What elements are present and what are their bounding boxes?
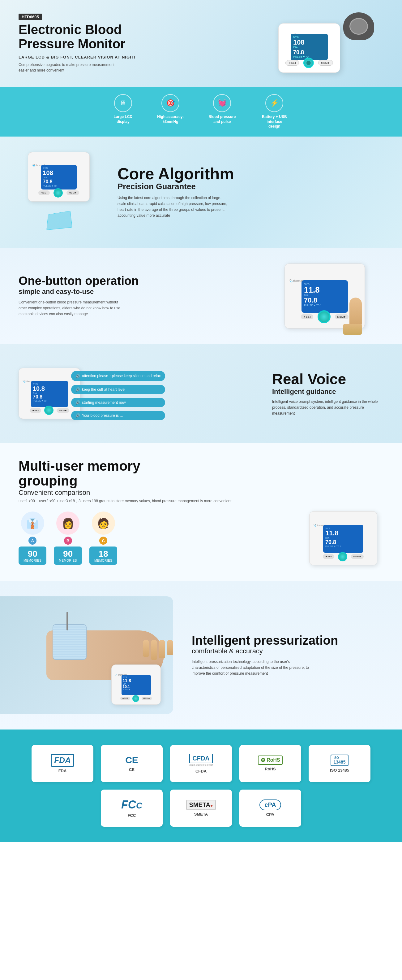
iso-logo-wrap: ISO 13485 [331, 754, 349, 766]
press-text: Intelligent pressurization comfortable &… [173, 633, 402, 677]
user-a-count: 90 MEMORIES [19, 547, 46, 565]
onebutton-text: One-button operation simple and easy-to-… [19, 275, 272, 317]
algo-mini-device: 🩺 thermade SYS 108 DIA 70.8 PULSE ♥ 70 ◄… [28, 152, 90, 202]
onebutton-title: One-button operation [19, 275, 272, 288]
cert-cfda-label: CFDA [195, 769, 207, 773]
data-visual [28, 208, 90, 232]
voice-mem-btn[interactable]: MEM► [57, 408, 69, 413]
cert-fcc: FCC FCC [101, 789, 163, 827]
algo-desc: Using the latest core algorithms, throug… [117, 195, 229, 219]
cert-iso-label: ISO 13485 [330, 768, 349, 773]
hero-subtitle: LARGE LCD & BIG FONT, CLEARER VISION AT … [19, 55, 173, 59]
user-b-num: 90 [59, 549, 77, 559]
algo-device: 🩺 thermade SYS 108 DIA 70.8 PULSE ♥ 70 ◄… [19, 152, 99, 232]
press-mem-btn[interactable]: MEM► [142, 697, 152, 700]
memory-screen: SYS 11.8 DIA 70.8 PULSE ♥ 70.1 [323, 525, 363, 553]
cert-smeta-label: SMETA [194, 812, 208, 816]
voice-subtitle: Intelligent guidance [272, 388, 383, 396]
power-icon [307, 61, 311, 65]
voice-screen: SYS 10.8 DIA 70.8 PULSE ♥ 70 [31, 381, 68, 407]
user-c-num: 18 [94, 549, 112, 559]
smeta-logo: SMETA● [186, 800, 216, 810]
blood-pressure-icon: 💓 [213, 94, 231, 112]
cert-cfda: CFDA 中国食品药品监督管理局 CFDA [170, 745, 232, 782]
memory-desc: user1 x90 + user2 x90 +user3 x18，3 users… [19, 498, 383, 504]
certs-grid: FDA FDA CE CE CFDA 中国食品药品监督管理局 CFDA ♻ Ro… [19, 745, 383, 827]
press-start-btn[interactable] [132, 695, 139, 702]
data-cube [46, 211, 72, 230]
rohs-logo: ♻ RoHS [258, 756, 283, 765]
press-mini-device-wrap: 🩺 thermade SYS 11.8 DIA 10.1 PULSE ♥ ◄SE… [111, 665, 161, 705]
memory-users: 👔 A 90 MEMORIES 👩 B 90 MEMORIES [19, 512, 291, 565]
memory-body: 👔 A 90 MEMORIES 👩 B 90 MEMORIES [19, 511, 383, 565]
cert-fcc-label: FCC [128, 813, 136, 818]
hero-left: HTD6605 Electronic BloodPressure Monitor… [19, 14, 173, 73]
memory-title: Multi-user memorygrouping [19, 458, 383, 488]
speaker-icon-1: 🔊 [76, 374, 80, 379]
speaker-icon-2: 🔊 [76, 387, 80, 392]
press-set-btn[interactable]: ◄SET [120, 697, 130, 700]
memory-btns: ◄SET MEM► [323, 552, 364, 562]
memory-mem-btn[interactable]: MEM► [351, 554, 364, 559]
onebutton-subtitle: simple and easy-to-use [19, 288, 272, 296]
speaker-icon-3: 🔊 [76, 400, 80, 405]
device-buttons: ◄SET MEM► [285, 57, 333, 68]
algo-start-btn[interactable] [54, 188, 63, 197]
onebutton-section: One-button operation simple and easy-to-… [0, 248, 402, 344]
cert-cpa: cPA CPA [239, 789, 301, 827]
finger-illustration [343, 298, 371, 335]
fcc-logo: FCC [121, 798, 142, 811]
cuff-illustration [343, 13, 374, 40]
mem-button[interactable]: MEM► [318, 60, 333, 66]
algo-mem-btn[interactable]: MEM► [66, 191, 79, 195]
start-button[interactable] [303, 57, 314, 68]
iso-logo: ISO 13485 [331, 754, 349, 766]
hero-desc: Comprehensive upgrades to make pressure … [19, 62, 124, 73]
voice-section: 🩺 thermade SYS 10.8 DIA 70.8 PULSE ♥ 70 … [0, 344, 402, 443]
cert-smeta: SMETA● SMETA [170, 789, 232, 827]
cfda-logo-wrap: CFDA 中国食品药品监督管理局 [189, 754, 213, 767]
memory-subtitle: Convenient comparison [19, 488, 383, 496]
press-desc: Intelligent pressurization technology, a… [192, 659, 309, 677]
cuff-inner [350, 18, 368, 35]
user-b-count: 90 MEMORIES [54, 547, 82, 565]
feature-battery-usb: ⚡ Battery + USBinterface design [260, 94, 288, 129]
memory-start-btn[interactable] [338, 552, 347, 562]
user-c: 🧑 C 18 MEMORIES [89, 512, 117, 565]
ob-set-btn[interactable]: ◄SET [301, 314, 313, 319]
feature-accuracy-label: High accuracy:±3mmHg [157, 115, 184, 124]
user-a-letter: A [28, 536, 36, 545]
bubble-2: 🔊 keep the cuff at heart level [71, 385, 165, 394]
algorithm-section: 🩺 thermade SYS 108 DIA 70.8 PULSE ♥ 70 ◄… [0, 137, 402, 248]
cert-fda: FDA FDA [32, 745, 93, 782]
algo-screen: SYS 108 DIA 70.8 PULSE ♥ 70 [41, 165, 77, 189]
set-button[interactable]: ◄SET [285, 60, 299, 66]
ob-start-btn[interactable] [318, 310, 331, 323]
cert-ce: CE CE [101, 745, 163, 782]
memory-left: 👔 A 90 MEMORIES 👩 B 90 MEMORIES [19, 512, 291, 565]
features-bar: 🖥 Large LCDdisplay 🎯 High accuracy:±3mmH… [0, 87, 402, 137]
user-c-label: MEMORIES [94, 559, 112, 562]
bubble-4: 🔊 Your blood pressure is ... [71, 411, 165, 420]
memory-header: Multi-user memorygrouping Convenient com… [19, 458, 383, 504]
algo-device-buttons: ◄SET MEM► [38, 188, 79, 197]
voice-set-btn[interactable]: ◄SET [30, 408, 41, 413]
bubble-3: 🔊 starting measurement now [71, 398, 165, 407]
user-a-avatar: 👔 [21, 512, 44, 535]
user-c-letter: C [99, 536, 107, 545]
feature-accuracy: 🎯 High accuracy:±3mmHg [157, 94, 184, 129]
cfda-logo: CFDA [189, 754, 213, 763]
voice-btns: ◄SET MEM► [30, 406, 69, 415]
hero-title: Electronic BloodPressure Monitor [19, 22, 173, 51]
onebutton-btns: ◄SET MEM► [301, 310, 348, 323]
feature-battery-usb-label: Battery + USBinterface design [260, 115, 288, 129]
algo-title: Core Algorithm [117, 165, 383, 182]
voice-start-btn[interactable] [44, 406, 54, 415]
memory-set-btn[interactable]: ◄SET [323, 554, 334, 559]
certifications-section: FDA FDA CE CE CFDA 中国食品药品监督管理局 CFDA ♻ Ro… [0, 730, 402, 842]
cert-rohs: ♻ RoHS RoHS [239, 745, 301, 782]
algo-set-btn[interactable]: ◄SET [38, 191, 50, 195]
battery-usb-icon: ⚡ [265, 94, 283, 112]
user-a-label: MEMORIES [24, 559, 41, 562]
pressurization-section: 🩺 thermade SYS 11.8 DIA 10.1 PULSE ♥ ◄SE… [0, 581, 402, 730]
